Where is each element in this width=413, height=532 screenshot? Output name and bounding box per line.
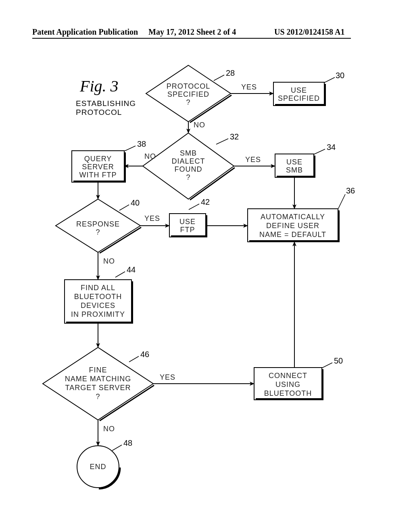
node-40-text-1: RESPONSE xyxy=(70,220,126,229)
node-28-text-2: SPECIFIED xyxy=(163,90,213,99)
ref-48: 48 xyxy=(123,438,132,448)
svg-line-39 xyxy=(129,356,139,362)
node-28-text-3: ? xyxy=(163,98,213,107)
figure-caption-1: ESTABLISHING xyxy=(76,99,136,108)
node-32-text-2: DIALECT xyxy=(164,157,213,166)
svg-line-36 xyxy=(119,205,129,210)
node-28-text-1: PROTOCOL xyxy=(163,82,213,91)
ref-40: 40 xyxy=(131,198,140,208)
node-30-text-1: USE xyxy=(273,86,324,95)
edge-46-yes: YES xyxy=(160,373,175,382)
svg-line-32 xyxy=(216,139,228,144)
node-36-text-3: NAME = DEFAULT xyxy=(248,231,338,239)
node-48-text: END xyxy=(82,463,114,471)
ref-32: 32 xyxy=(230,132,239,141)
node-46-text-4: ? xyxy=(60,393,136,401)
node-38-text-2: SERVER xyxy=(72,163,124,171)
node-46-text-3: TARGET SERVER xyxy=(60,384,136,392)
ref-50: 50 xyxy=(334,356,343,366)
node-42-text-2: FTP xyxy=(169,226,206,234)
ref-38: 38 xyxy=(137,139,146,149)
svg-line-38 xyxy=(115,272,125,277)
edge-32-yes: YES xyxy=(245,156,261,164)
node-38-text-1: QUERY xyxy=(72,155,124,163)
edge-46-no: NO xyxy=(103,425,115,433)
node-38-text-3: WITH FTP xyxy=(72,171,124,179)
node-50-text-3: BLUETOOTH xyxy=(254,389,322,398)
svg-rect-19 xyxy=(171,235,206,237)
svg-line-37 xyxy=(189,204,199,210)
node-32-text-1: SMB xyxy=(164,149,213,158)
edge-32-no: NO xyxy=(144,152,156,161)
svg-line-30 xyxy=(214,75,224,81)
node-44-text-3: DEVICES xyxy=(65,301,131,310)
node-36-text-1: AUTOMATICALLY xyxy=(248,213,338,221)
ref-44: 44 xyxy=(127,265,136,274)
node-32-text-4: ? xyxy=(164,173,213,182)
node-36-text-2: DEFINE USER xyxy=(248,222,338,230)
edge-40-yes: YES xyxy=(144,214,160,223)
node-34-text-2: SMB xyxy=(275,166,314,175)
node-46-text-2: NAME MATCHING xyxy=(60,375,136,383)
node-30-text-2: SPECIFIED xyxy=(273,94,324,103)
svg-line-35 xyxy=(124,146,136,151)
ref-36: 36 xyxy=(346,186,355,195)
svg-line-31 xyxy=(324,77,335,83)
ref-42: 42 xyxy=(201,197,210,207)
figure-title: Fig. 3 xyxy=(80,77,119,96)
flowchart-svg xyxy=(0,0,413,532)
node-46-text-1: FINE xyxy=(60,366,136,374)
edge-28-yes: YES xyxy=(241,83,257,91)
ref-46: 46 xyxy=(140,350,149,359)
svg-rect-3 xyxy=(275,104,325,106)
figure-caption-2: PROTOCOL xyxy=(76,108,122,117)
node-34-text-1: USE xyxy=(275,158,314,166)
ref-34: 34 xyxy=(327,143,336,152)
svg-rect-27 xyxy=(256,398,323,400)
svg-line-34 xyxy=(338,194,345,209)
svg-rect-22 xyxy=(66,322,132,324)
svg-line-40 xyxy=(322,363,332,368)
node-40-text-2: ? xyxy=(70,228,126,237)
svg-rect-8 xyxy=(277,176,315,178)
node-42-text-1: USE xyxy=(169,218,206,226)
node-50-text-2: USING xyxy=(254,380,322,389)
svg-rect-14 xyxy=(73,181,125,183)
edge-40-no: NO xyxy=(103,257,115,266)
ref-30: 30 xyxy=(336,71,344,80)
node-44-text-1: FIND ALL xyxy=(65,284,131,292)
node-50-text-1: CONNECT xyxy=(254,372,322,380)
node-44-text-2: BLUETOOTH xyxy=(65,293,131,301)
node-44-text-4: IN PROXIMITY xyxy=(65,310,131,319)
node-32-text-3: FOUND xyxy=(164,165,213,174)
svg-line-41 xyxy=(112,445,122,451)
svg-line-33 xyxy=(314,149,325,154)
ref-28: 28 xyxy=(226,69,235,78)
edge-28-no: NO xyxy=(194,121,205,129)
